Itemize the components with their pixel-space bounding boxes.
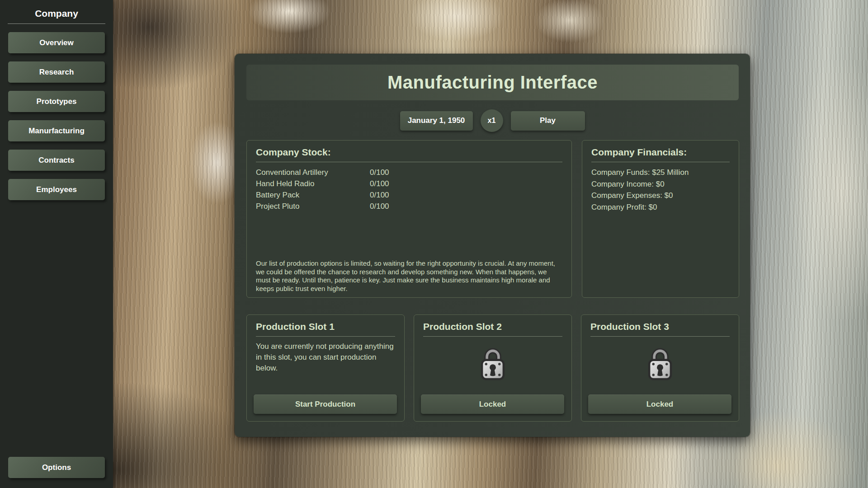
company-stock-panel: Company Stock: Conventional Artillery 0/… [246, 140, 572, 298]
financials-divider [591, 162, 730, 162]
stock-item-name: Conventional Artillery [256, 167, 370, 178]
sidebar-item-employees[interactable]: Employees [8, 179, 105, 200]
date-button[interactable]: January 1, 1950 [400, 111, 473, 131]
slot-description: You are currently not producing anything… [256, 341, 395, 374]
locked-button-slot-3[interactable]: Locked [588, 394, 731, 414]
sidebar-title: Company [35, 8, 78, 19]
financials-funds: Company Funds: $25 Million [591, 167, 730, 178]
stock-item-value: 0/100 [370, 167, 389, 178]
slot-title: Production Slot 2 [423, 321, 562, 332]
sidebar-divider [8, 23, 105, 24]
lock-icon [477, 346, 509, 381]
stock-item-value: 0/100 [370, 189, 389, 201]
manufacturing-window: Manufacturing Interface January 1, 1950 … [235, 54, 750, 437]
stock-item-value: 0/100 [370, 178, 389, 189]
stock-item-name: Project Pluto [256, 201, 370, 212]
speed-badge[interactable]: x1 [481, 109, 503, 132]
stock-title: Company Stock: [256, 147, 562, 158]
production-slot-3-panel: Production Slot 3 Locked [581, 314, 739, 422]
sidebar-item-contracts[interactable]: Contracts [8, 150, 105, 171]
stock-divider [256, 162, 562, 162]
stock-item-name: Hand Held Radio [256, 178, 370, 189]
sidebar-item-prototypes[interactable]: Prototypes [8, 91, 105, 112]
slot-title: Production Slot 1 [256, 321, 395, 332]
stock-row: Conventional Artillery 0/100 [256, 167, 562, 178]
sidebar: Company Overview Research Prototypes Man… [0, 0, 113, 488]
stock-row: Project Pluto 0/100 [256, 201, 562, 212]
start-production-button[interactable]: Start Production [254, 394, 397, 414]
financials-title: Company Financials: [591, 147, 730, 158]
play-button[interactable]: Play [511, 111, 585, 131]
window-title-bar: Manufacturing Interface [246, 65, 739, 100]
lock-icon [644, 346, 676, 381]
financials-profit: Company Profit: $0 [591, 202, 730, 213]
stock-row: Hand Held Radio 0/100 [256, 178, 562, 189]
time-controls: January 1, 1950 x1 Play [235, 109, 750, 132]
sidebar-item-options[interactable]: Options [8, 457, 105, 478]
stock-note: Our list of production options is limite… [256, 259, 562, 293]
financials-income: Company Income: $0 [591, 178, 730, 190]
sidebar-item-research[interactable]: Research [8, 61, 105, 83]
stock-item-name: Battery Pack [256, 189, 370, 201]
locked-button-slot-2[interactable]: Locked [421, 394, 564, 414]
page-title: Manufacturing Interface [387, 72, 598, 93]
slot-divider [423, 336, 562, 337]
game-screen: Company Overview Research Prototypes Man… [0, 0, 868, 488]
sidebar-item-overview[interactable]: Overview [8, 32, 105, 53]
stock-item-value: 0/100 [370, 201, 389, 212]
financials-expenses: Company Expenses: $0 [591, 190, 730, 202]
slot-divider [256, 336, 395, 337]
company-financials-panel: Company Financials: Company Funds: $25 M… [582, 140, 739, 298]
sidebar-item-manufacturing[interactable]: Manurfacturing [8, 120, 105, 141]
stock-row: Battery Pack 0/100 [256, 189, 562, 201]
production-slot-1-panel: Production Slot 1 You are currently not … [246, 314, 405, 422]
production-slot-2-panel: Production Slot 2 Locked [414, 314, 572, 422]
slot-title: Production Slot 3 [590, 321, 730, 332]
slot-divider [590, 336, 730, 337]
